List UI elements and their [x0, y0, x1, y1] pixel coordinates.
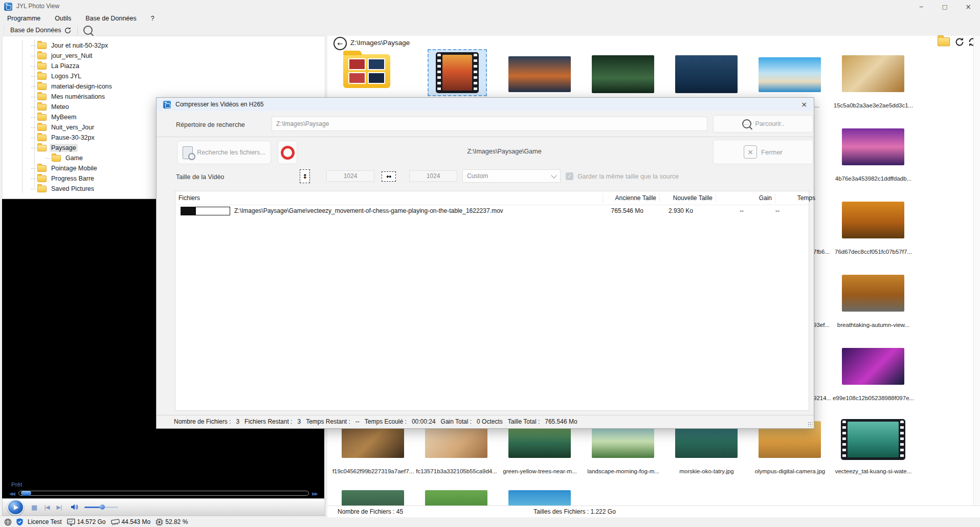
fermer-button[interactable]: × Fermer	[713, 140, 813, 164]
database-toolbar-button[interactable]: Base de Données	[8, 26, 74, 35]
next-button[interactable]: ▶|	[56, 504, 61, 511]
status-value: --	[355, 418, 360, 425]
dialog-close-button[interactable]: ×	[797, 99, 811, 109]
column-gain[interactable]: Gain	[716, 193, 775, 203]
globe-icon	[4, 518, 12, 526]
tree-item-logos-jyl[interactable]: Logos JYL	[3, 71, 320, 81]
open-folder-button[interactable]	[938, 37, 950, 47]
gallery-file-count: Nombre de Fichiers : 45	[338, 508, 403, 515]
thumbnail-neon-car[interactable]	[842, 348, 904, 385]
thumbnail-autumn-road[interactable]	[842, 275, 904, 312]
status-value: 3	[297, 418, 301, 425]
file-time: --	[749, 207, 786, 214]
width-input[interactable]	[409, 170, 457, 182]
table-row[interactable]: Z:\Images\Paysage\Game\vecteezy_movement…	[175, 205, 809, 216]
search-dir-input[interactable]	[272, 117, 707, 131]
gallery-scrollbar[interactable]	[973, 36, 980, 506]
thumbnail-tropical-beach[interactable]	[759, 57, 821, 92]
height-input[interactable]	[326, 170, 374, 182]
files-table: Fichiers Ancienne Taille Nouvelle Taille…	[175, 191, 809, 411]
column-temps[interactable]: Temps	[775, 193, 819, 203]
file-new-size: 2.930 Ko	[647, 207, 696, 214]
minimize-button[interactable]: ─	[909, 0, 933, 13]
volume-thumb[interactable]	[100, 504, 105, 510]
folder-icon	[37, 104, 47, 111]
maximize-button[interactable]: □	[933, 0, 956, 13]
folder-icon	[52, 155, 61, 162]
thumbnail-label: olympus-digital-camera.jpg	[748, 468, 832, 474]
refresh-icon	[954, 37, 965, 47]
tree-item-la-piazza[interactable]: La Piazza	[3, 61, 320, 71]
menu-outils[interactable]: Outils	[55, 15, 71, 22]
menu-help[interactable]: ?	[151, 15, 154, 22]
volume-slider[interactable]	[84, 507, 118, 508]
thumbnail-label: green-yellow-trees-near-m...	[498, 468, 582, 474]
thumbnail-sunset-lake[interactable]	[508, 56, 571, 92]
refresh-gallery-button[interactable]	[954, 37, 965, 49]
thumbnail-purple-sunset[interactable]	[842, 128, 904, 165]
file-path: Z:\Images\Paysage\Game\vecteezy_movement…	[234, 207, 503, 214]
search-dir-label: Répertoire de recherche	[176, 121, 245, 128]
search-files-button[interactable]: Recherche les fichiers...	[177, 141, 271, 164]
height-icon: ↕	[300, 169, 310, 183]
width-icon: ↔	[382, 171, 396, 182]
thumbnail-kittens[interactable]	[842, 55, 904, 92]
status-value: 3	[236, 418, 239, 425]
menu-programme[interactable]: Programme	[7, 15, 40, 22]
filmstrip-icon	[436, 52, 479, 93]
folder-icon	[37, 53, 47, 59]
toolbar-grip[interactable]	[3, 26, 5, 35]
search-icon	[83, 26, 93, 35]
column-fichiers[interactable]: Fichiers	[175, 193, 603, 203]
previous-button[interactable]: |◀	[44, 504, 49, 511]
tree-item-material-design-icons[interactable]: material-design-icons	[3, 81, 320, 92]
status-label: Nombre de Fichiers :	[174, 418, 231, 425]
keep-size-checkbox[interactable]: ✓	[566, 172, 573, 180]
game-folder-thumbnail[interactable]	[343, 54, 390, 88]
fermer-button-label: Fermer	[761, 148, 783, 156]
compress-video-dialog: Compresser les Vidéos en H265 × Répertoi…	[156, 97, 814, 429]
seek-thumb[interactable]	[21, 491, 31, 496]
play-button[interactable]: ▶	[7, 499, 24, 515]
close-button[interactable]: ×	[956, 0, 980, 13]
status-label: Temps Restant :	[306, 418, 350, 425]
seek-bar[interactable]	[18, 491, 309, 496]
player-controls: ▶ ■ |◀ ▶|	[2, 498, 325, 516]
thumbnail-dark-forest[interactable]	[592, 55, 654, 93]
folder-icon	[37, 42, 47, 49]
menu-bar: Programme Outils Base de Données ?	[0, 13, 980, 24]
thumbnail-autumn-trees[interactable]	[842, 202, 904, 238]
folder-icon	[37, 94, 47, 100]
folder-icon	[37, 186, 47, 192]
status-label: Fichiers Restant :	[244, 418, 292, 425]
preset-dropdown[interactable]: Custom	[462, 169, 561, 183]
seek-forward-icon[interactable]: ▶▶	[312, 491, 317, 496]
browse-button[interactable]: ... Parcourir..	[713, 115, 813, 133]
back-button[interactable]: ←	[333, 37, 347, 50]
tree-item-jour-vers-nuit[interactable]: jour_vers_Nuit	[3, 51, 320, 61]
volume-icon[interactable]	[70, 503, 78, 511]
close-icon: ×	[956, 0, 980, 13]
tree-item-jour-et-nuit[interactable]: Jour et nuit-50-32px	[3, 40, 320, 51]
title-bar: JYL Photo View ─ □ ×	[0, 0, 980, 13]
monitor-icon	[67, 518, 75, 526]
thumbnail-waterfall-video[interactable]	[841, 419, 905, 460]
stop-button[interactable]: ■	[31, 503, 37, 511]
seek-back-icon[interactable]: ◀◀	[9, 491, 14, 496]
thumbnail-winter-wolf[interactable]	[675, 55, 738, 93]
stop-compression-button[interactable]	[278, 141, 297, 164]
app-icon	[4, 3, 12, 11]
main-status-bar: Licence Test 14.572 Go 44.543 Mo 52.82 %	[0, 516, 980, 527]
open-folder-icon	[37, 145, 47, 151]
status-label: Gain Total :	[441, 418, 472, 425]
column-ancienne-taille[interactable]: Ancienne Taille	[603, 193, 660, 203]
selected-video-thumbnail[interactable]	[428, 49, 487, 96]
column-nouvelle-taille[interactable]: Nouvelle Taille	[660, 193, 716, 203]
search-database-button[interactable]	[81, 25, 95, 36]
resize-grip[interactable]	[808, 422, 813, 427]
back-arrow-icon: ←	[338, 40, 343, 48]
status-value: 0 Octects	[477, 418, 503, 425]
thumbnail-label: fc13571b3a332105b55ca9d4...	[415, 468, 498, 474]
cpu-icon	[155, 518, 163, 526]
menu-base-de-donnees[interactable]: Base de Données	[85, 15, 136, 22]
